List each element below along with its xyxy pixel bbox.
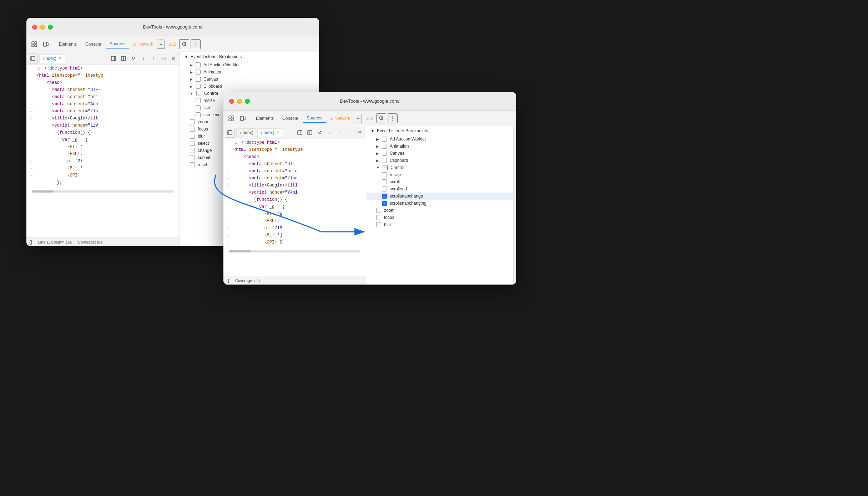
bp-checkbox-animation[interactable] — [196, 70, 201, 75]
tab-network-1[interactable]: Network — [137, 42, 153, 47]
bp-checkbox-2-ad-auction[interactable] — [382, 137, 387, 142]
code-tab-index-inactive[interactable]: (index) — [236, 128, 257, 137]
panel-split-btn-1[interactable] — [119, 54, 128, 63]
bp-checkbox-blur[interactable] — [190, 134, 195, 139]
bp-item-2-scrollsnapchange[interactable]: scrollsnapchange — [366, 193, 516, 200]
panel-expand-btn-2[interactable] — [295, 128, 304, 137]
device-icon[interactable] — [41, 39, 51, 49]
tab-network-2[interactable]: Network — [334, 116, 350, 121]
bp-checkbox-2-scrollsnapchanging[interactable] — [382, 201, 387, 206]
bp-checkbox-2-scrollsnapchange[interactable] — [382, 194, 387, 199]
code-editor-2[interactable]: 1 <!doctype html> – <html itemscope="" i… — [223, 139, 366, 276]
bp-checkbox-2-control[interactable]: – — [383, 165, 388, 170]
tab-elements-1[interactable]: Elements — [55, 40, 80, 48]
bp-checkbox-2-clipboard[interactable] — [382, 158, 387, 163]
bp-checkbox-change[interactable] — [190, 148, 195, 153]
bp-checkbox-clipboard[interactable] — [196, 84, 201, 89]
minimize-button-1[interactable] — [40, 25, 45, 30]
settings-btn-1[interactable]: ⚙ — [179, 39, 189, 49]
bp-checkbox-zoom[interactable] — [190, 119, 195, 124]
panel-expand-btn-1[interactable] — [109, 54, 118, 63]
step-over-btn-2[interactable]: ↺ — [315, 128, 324, 137]
panel-split-btn-2[interactable] — [305, 128, 314, 137]
warning-badge-1[interactable]: ⚠ Network — [130, 41, 155, 47]
bp-checkbox-scroll[interactable] — [196, 105, 201, 110]
bp-checkbox-resize[interactable] — [196, 98, 201, 103]
bp-item-2-canvas[interactable]: ▶ Canvas — [366, 150, 516, 157]
warning-badge-2[interactable]: ⚠ Network — [327, 115, 352, 122]
bp-item-2-resize[interactable]: resize — [366, 171, 516, 178]
bp-item-canvas[interactable]: ▶ Canvas — [180, 76, 319, 83]
deactivate-btn-2[interactable]: ⊘ — [355, 128, 364, 137]
close-button-1[interactable] — [32, 25, 37, 30]
bp-checkbox-reset[interactable] — [190, 162, 195, 167]
bp-item-2-zoom[interactable]: zoom — [366, 207, 516, 214]
tab-console-1[interactable]: Console — [82, 40, 105, 48]
bp-item-ad-auction[interactable]: ▶ Ad Auction Worklet — [180, 61, 319, 68]
bp-checkbox-2-zoom[interactable] — [376, 208, 381, 213]
code-tab-index-active-2[interactable]: (index) ✕ — [257, 128, 283, 137]
bp-item-2-scrollsnapchanging[interactable]: scrollsnapchanging — [366, 200, 516, 207]
bp-checkbox-2-blur[interactable] — [376, 222, 381, 227]
bp-checkbox-submit[interactable] — [190, 155, 195, 160]
deactivate-btn-1[interactable]: ⊘ — [169, 54, 178, 63]
more-btn-2[interactable]: ⋮ — [388, 113, 398, 123]
scrollbar-2[interactable] — [513, 126, 516, 285]
warning-count-badge-1[interactable]: ⚠ 2 — [166, 41, 178, 47]
bp-checkbox-2-canvas[interactable] — [382, 151, 387, 156]
warning-count-badge-2[interactable]: ⚠ 2 — [363, 115, 375, 122]
maximize-button-1[interactable] — [48, 25, 53, 30]
step-out-btn-1[interactable]: ↑ — [149, 54, 158, 63]
step-over-btn-1[interactable]: ↺ — [129, 54, 138, 63]
bp-item-2-blur[interactable]: blur — [366, 221, 516, 228]
code-scrollbar-1[interactable] — [26, 186, 180, 193]
bp-checkbox-2-animation[interactable] — [382, 144, 387, 149]
bp-item-animation[interactable]: ▶ Animation — [180, 68, 319, 76]
inspect-icon-2[interactable] — [226, 113, 236, 123]
bp-checkbox-2-resize[interactable] — [382, 172, 387, 177]
bp-checkbox-2-scrollend[interactable] — [382, 186, 387, 191]
bp-checkbox-2-scroll[interactable] — [382, 179, 387, 184]
tab-console-2[interactable]: Console — [279, 114, 302, 122]
more-btn-1[interactable]: ⋮ — [191, 39, 201, 49]
bp-item-2-focus[interactable]: focus — [366, 214, 516, 221]
bp-checkbox-ad-auction[interactable] — [196, 62, 201, 67]
code-scrollbar-2[interactable] — [223, 246, 366, 252]
bp-section-header-1[interactable]: ▼ Event Listener Breakpoints — [180, 52, 319, 61]
more-tabs-btn-2[interactable]: » — [354, 114, 362, 123]
bp-item-clipboard[interactable]: ▶ Clipboard — [180, 83, 319, 90]
bp-checkbox-scrollend[interactable] — [196, 112, 201, 117]
settings-btn-2[interactable]: ⚙ — [376, 113, 386, 123]
continue-btn-1[interactable]: →| — [159, 54, 168, 63]
more-tabs-btn-1[interactable]: » — [157, 40, 165, 49]
device-icon-2[interactable] — [238, 113, 248, 123]
maximize-button-2[interactable] — [245, 99, 250, 104]
bp-checkbox-canvas[interactable] — [196, 77, 201, 82]
breakpoints-panel-2[interactable]: ▼ Event Listener Breakpoints ▶ Ad Auctio… — [366, 126, 516, 285]
braces-icon-2[interactable]: {} — [226, 278, 229, 283]
bp-item-2-animation[interactable]: ▶ Animation — [366, 143, 516, 150]
sidebar-toggle-1[interactable] — [28, 53, 38, 63]
minimize-button-2[interactable] — [237, 99, 242, 104]
bp-item-2-control[interactable]: ▼ – Control — [366, 164, 516, 171]
bp-checkbox-2-focus[interactable] — [376, 215, 381, 220]
inspect-icon[interactable] — [29, 39, 39, 49]
bp-item-2-scrollend[interactable]: scrollend — [366, 185, 516, 193]
code-tab-close-2[interactable]: ✕ — [276, 131, 279, 134]
close-button-2[interactable] — [229, 99, 234, 104]
bp-checkbox-control[interactable] — [196, 91, 201, 96]
step-out-btn-2[interactable]: ↑ — [335, 128, 344, 137]
step-into-btn-1[interactable]: ↓ — [139, 54, 148, 63]
bp-item-2-clipboard[interactable]: ▶ Clipboard — [366, 157, 516, 164]
braces-icon-1[interactable]: {} — [29, 239, 32, 245]
code-tab-close-1[interactable]: ✕ — [59, 56, 61, 60]
sidebar-toggle-2[interactable] — [225, 128, 235, 138]
step-into-btn-2[interactable]: ↓ — [325, 128, 334, 137]
continue-btn-2[interactable]: →| — [345, 128, 354, 137]
code-editor-1[interactable]: 1 <!doctype html> – <html itemscope="" i… — [26, 65, 180, 237]
bp-item-2-ad-auction[interactable]: ▶ Ad Auction Worklet — [366, 135, 516, 143]
code-tab-index-1[interactable]: (index) ✕ — [39, 54, 65, 63]
tab-elements-2[interactable]: Elements — [252, 114, 277, 122]
bp-checkbox-select[interactable] — [190, 141, 195, 146]
bp-section-header-2[interactable]: ▼ Event Listener Breakpoints — [366, 126, 516, 135]
